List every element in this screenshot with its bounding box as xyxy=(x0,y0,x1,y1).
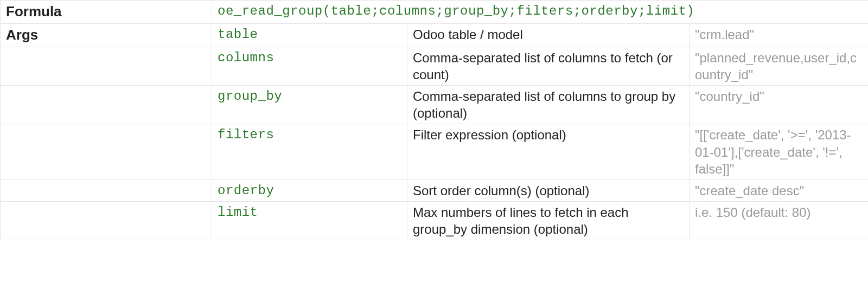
arg-row: orderby Sort order column(s) (optional) … xyxy=(1,180,869,201)
arg-name: columns xyxy=(212,47,407,85)
arg-row: filters Filter expression (optional) "[[… xyxy=(1,124,869,180)
arg-description: Comma-separated list of columns to group… xyxy=(407,85,690,124)
formula-row: Formula oe_read_group(table;columns;grou… xyxy=(1,1,869,24)
arg-row: limit Max numbers of lines to fetch in e… xyxy=(1,202,869,240)
arg-name: limit xyxy=(212,202,407,240)
arg-example: i.e. 150 (default: 80) xyxy=(690,202,869,240)
arg-description: Max numbers of lines to fetch in each gr… xyxy=(407,202,690,240)
empty-cell xyxy=(1,124,212,180)
arg-example: "create_date desc" xyxy=(690,180,869,201)
arg-example: "[['create_date', '>=', '2013-01-01'],['… xyxy=(690,124,869,180)
arg-name: table xyxy=(212,23,407,47)
arg-name: filters xyxy=(212,124,407,180)
args-label: Args xyxy=(1,23,212,47)
arg-description: Odoo table / model xyxy=(407,23,690,47)
arg-example: "crm.lead" xyxy=(690,23,869,47)
arg-row: group_by Comma-separated list of columns… xyxy=(1,85,869,124)
empty-cell xyxy=(1,85,212,124)
formula-doc-table: Formula oe_read_group(table;columns;grou… xyxy=(0,0,868,240)
arg-description: Sort order column(s) (optional) xyxy=(407,180,690,201)
formula-signature: oe_read_group(table;columns;group_by;fil… xyxy=(212,1,869,24)
empty-cell xyxy=(1,180,212,201)
arg-name: orderby xyxy=(212,180,407,201)
arg-example: "planned_revenue,user_id,country_id" xyxy=(690,47,869,85)
empty-cell xyxy=(1,47,212,85)
formula-label: Formula xyxy=(1,1,212,24)
arg-description: Comma-separated list of columns to fetch… xyxy=(407,47,690,85)
empty-cell xyxy=(1,202,212,240)
arg-row: columns Comma-separated list of columns … xyxy=(1,47,869,85)
arg-name: group_by xyxy=(212,85,407,124)
arg-example: "country_id" xyxy=(690,85,869,124)
arg-row: Args table Odoo table / model "crm.lead" xyxy=(1,23,869,47)
arg-description: Filter expression (optional) xyxy=(407,124,690,180)
